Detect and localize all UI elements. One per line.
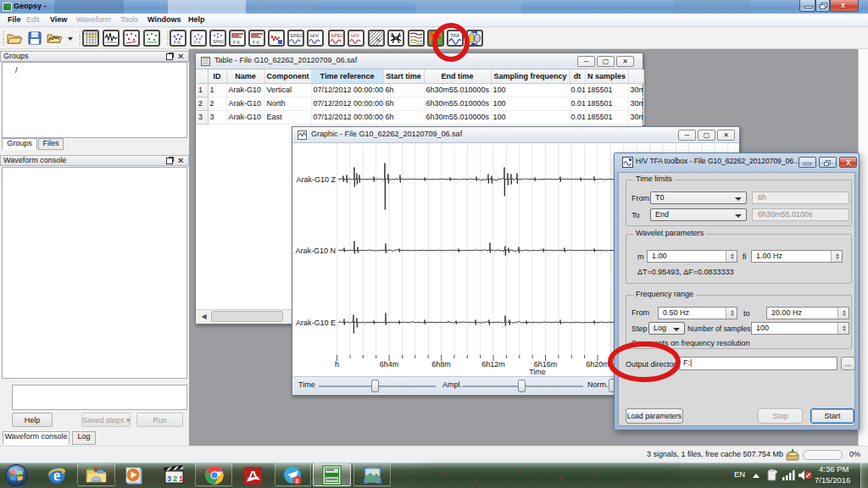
svg-text:Arak-G10 Z: Arak-G10 Z xyxy=(296,175,336,184)
svg-text:1: 1 xyxy=(179,474,183,483)
svg-text:6h20m: 6h20m xyxy=(586,360,609,369)
svg-text:SPEC: SPEC xyxy=(331,33,345,38)
svg-text:F-K: F-K xyxy=(253,40,260,45)
svg-text:6h12m: 6h12m xyxy=(481,360,505,369)
svg-text:SPAC: SPAC xyxy=(213,39,225,44)
svg-text:N: N xyxy=(376,37,380,42)
svg-text:Arak-G10 N: Arak-G10 N xyxy=(295,247,336,255)
svg-text:F-K: F-K xyxy=(194,40,202,45)
svg-text:H/V: H/V xyxy=(351,33,359,38)
svg-text:F-K: F-K xyxy=(174,40,181,45)
svg-text:h: h xyxy=(335,360,339,369)
svg-text:F-K: F-K xyxy=(233,40,241,45)
svg-text:H/V: H/V xyxy=(310,33,319,38)
svg-text:TFA: TFA xyxy=(450,33,459,38)
svg-text:2: 2 xyxy=(173,474,177,483)
svg-text:Time: Time xyxy=(529,368,546,376)
svg-text:Arak-G10 E: Arak-G10 E xyxy=(296,319,336,327)
svg-text:6h8m: 6h8m xyxy=(431,360,451,369)
svg-text:SPEC: SPEC xyxy=(290,33,304,38)
svg-text:8: 8 xyxy=(296,478,299,484)
svg-text:3: 3 xyxy=(167,474,171,483)
svg-text:6h4m: 6h4m xyxy=(380,360,399,369)
